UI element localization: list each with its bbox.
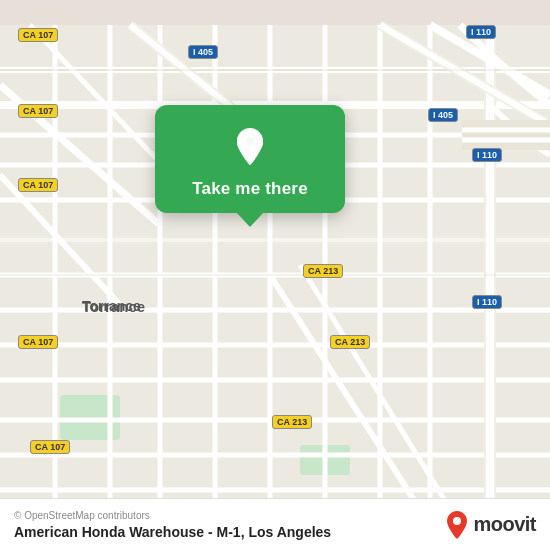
bottom-bar: © OpenStreetMap contributors American Ho… — [0, 498, 550, 550]
highway-badge-i110-2: I 110 — [472, 148, 502, 162]
location-pin-icon — [227, 123, 273, 169]
map-container: CA 107 CA 107 CA 107 CA 107 CA 107 I 405… — [0, 0, 550, 550]
highway-badge-ca107-5: CA 107 — [30, 440, 70, 454]
highway-badge-i110-3: I 110 — [472, 295, 502, 309]
highway-badge-i110-1: I 110 — [466, 25, 496, 39]
highway-badge-ca107-2: CA 107 — [18, 104, 58, 118]
moovit-brand-text: moovit — [473, 513, 536, 536]
highway-badge-i405-2: I 405 — [428, 108, 458, 122]
highway-badge-ca213-3: CA 213 — [272, 415, 312, 429]
highway-badge-ca107-1: CA 107 — [18, 28, 58, 42]
svg-point-44 — [453, 517, 461, 525]
bottom-bar-left: © OpenStreetMap contributors American Ho… — [14, 510, 331, 540]
moovit-logo: moovit — [445, 511, 536, 539]
highway-badge-ca107-3: CA 107 — [18, 178, 58, 192]
take-me-there-popup[interactable]: Take me there — [155, 105, 345, 213]
highway-badge-ca107-4: CA 107 — [18, 335, 58, 349]
moovit-pin-icon — [445, 511, 469, 539]
highway-badge-ca213-1: CA 213 — [303, 264, 343, 278]
highway-badge-ca213-2: CA 213 — [330, 335, 370, 349]
highway-badge-i405-1: I 405 — [188, 45, 218, 59]
location-title: American Honda Warehouse - M-1, Los Ange… — [14, 524, 331, 540]
copyright-text: © OpenStreetMap contributors — [14, 510, 331, 521]
take-me-there-label[interactable]: Take me there — [192, 179, 308, 199]
svg-rect-38 — [462, 120, 550, 150]
map-roads — [0, 0, 550, 550]
